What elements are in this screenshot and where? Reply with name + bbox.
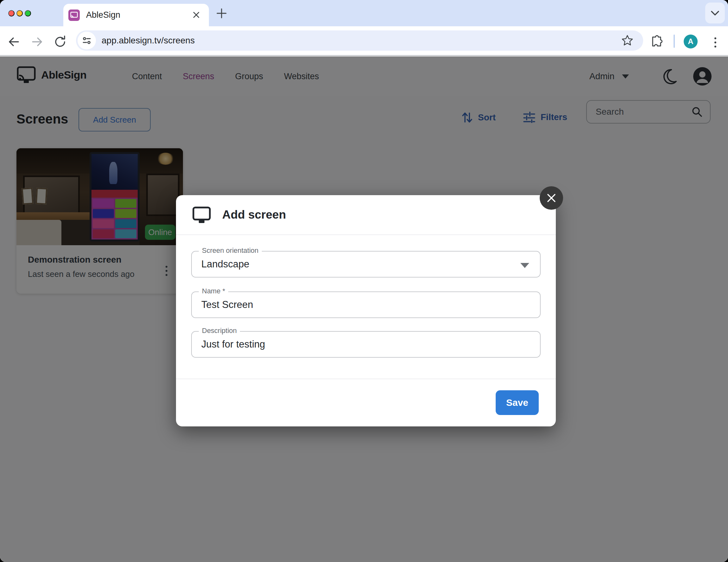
toolbar-divider (674, 35, 675, 48)
save-button[interactable]: Save (496, 390, 539, 415)
macos-close-button[interactable] (8, 10, 15, 16)
name-input[interactable] (201, 293, 518, 317)
url-bar[interactable]: app.ablesign.tv/screens (76, 30, 643, 51)
extensions-puzzle-icon[interactable] (650, 34, 666, 49)
browser-profile-avatar[interactable]: A (684, 35, 698, 48)
browser-menu-kebab-icon[interactable] (708, 34, 722, 49)
modal-title: Add screen (222, 208, 286, 221)
new-tab-button[interactable] (215, 6, 229, 20)
modal-header: Add screen (176, 195, 556, 235)
add-screen-modal: Add screen Screen orientation Landscape … (176, 195, 556, 426)
browser-toolbar: app.ablesign.tv/screens A (0, 26, 728, 56)
forward-icon[interactable] (30, 35, 44, 49)
name-field: Name * (191, 292, 541, 318)
modal-footer: Save (176, 379, 556, 426)
url-text[interactable]: app.ablesign.tv/screens (102, 35, 195, 46)
browser-window: AbleSign (0, 0, 728, 562)
orientation-value: Landscape (201, 251, 249, 277)
macos-zoom-button[interactable] (25, 10, 31, 16)
select-arrow-icon (520, 263, 529, 268)
tab-title: AbleSign (86, 10, 120, 20)
bookmark-star-icon[interactable] (621, 34, 634, 47)
tab-favicon-cast-icon (68, 9, 80, 21)
macos-minimize-button[interactable] (16, 10, 23, 16)
site-settings-tune-icon[interactable] (78, 32, 96, 49)
orientation-select[interactable]: Screen orientation Landscape (191, 251, 541, 277)
tab-strip: AbleSign (0, 0, 728, 26)
page-viewport: AbleSign Content Screens Groups Websites… (0, 56, 728, 562)
tab-search-chevron-icon[interactable] (705, 3, 725, 23)
reload-icon[interactable] (53, 35, 67, 49)
close-icon[interactable] (540, 186, 563, 210)
back-icon[interactable] (7, 35, 21, 49)
description-field: Description (191, 331, 541, 358)
tab-close-icon[interactable] (191, 9, 202, 21)
browser-tab[interactable]: AbleSign (63, 4, 209, 26)
monitor-icon (192, 205, 211, 224)
description-input[interactable] (201, 332, 518, 357)
